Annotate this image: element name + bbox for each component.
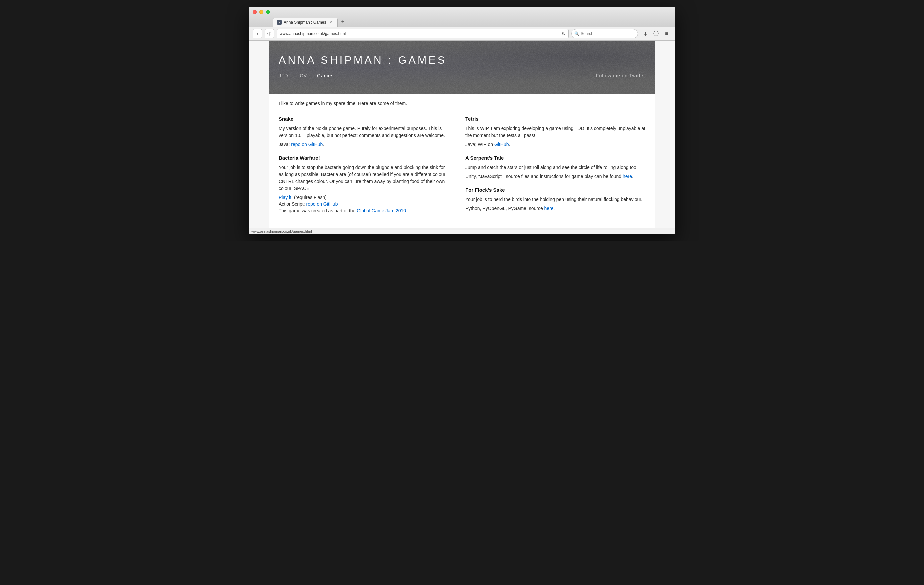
traffic-lights — [252, 10, 672, 14]
serpent-here-link[interactable]: here — [623, 173, 632, 179]
search-bar[interactable]: 🔍 — [571, 29, 638, 38]
bacteria-play-link[interactable]: Play it! — [279, 194, 293, 200]
snake-github-link[interactable]: repo on GitHub — [291, 142, 323, 147]
game-tetris: Tetris This is WIP. I am exploring devel… — [465, 116, 645, 147]
tetris-tech-suffix: . — [509, 142, 510, 147]
serpent-tech-suffix: . — [632, 173, 634, 179]
game-serpent: A Serpent's Tale Jump and catch the star… — [465, 155, 645, 179]
bacteria-play-suffix: (requires Flash) — [293, 194, 327, 200]
bacteria-extra-prefix: This game was created as part of the — [279, 208, 356, 213]
nav-jfdi[interactable]: JFDI — [279, 73, 290, 78]
snake-tech-suffix: . — [323, 142, 324, 147]
tetris-title: Tetris — [465, 116, 645, 122]
games-grid: Snake My version of the Nokia phone game… — [279, 116, 645, 221]
browser-window: ⚔ Anna Shipman : Games × + ‹ ⓘ www.annas… — [249, 7, 675, 234]
serpent-title: A Serpent's Tale — [465, 155, 645, 161]
close-button[interactable] — [252, 10, 257, 14]
twitter-link[interactable]: Follow me on Twitter — [596, 73, 645, 78]
bacteria-jam-link[interactable]: Global Game Jam 2010 — [356, 208, 406, 213]
tab-favicon: ⚔ — [277, 20, 282, 25]
title-bar: ⚔ Anna Shipman : Games × + — [249, 7, 675, 27]
site-nav: JFDI CV Games Follow me on Twitter — [279, 73, 645, 78]
bacteria-extra-suffix: . — [406, 208, 408, 213]
intro-text: I like to write games in my spare time. … — [279, 101, 645, 106]
tetris-tech: Java; WIP on GitHub. — [465, 142, 645, 147]
snake-tech: Java; repo on GitHub. — [279, 142, 449, 147]
back-icon: ‹ — [257, 31, 258, 36]
bacteria-title: Bacteria Warfare! — [279, 155, 449, 161]
flock-here-link[interactable]: here — [544, 206, 554, 211]
flock-tech: Python, PyOpenGL, PyGame; source here. — [465, 206, 645, 211]
nav-games[interactable]: Games — [317, 73, 334, 78]
menu-button[interactable]: ≡ — [662, 29, 672, 38]
tetris-desc: This is WIP. I am exploring developing a… — [465, 125, 645, 139]
search-icon: 🔍 — [574, 31, 579, 36]
active-tab[interactable]: ⚔ Anna Shipman : Games × — [273, 18, 338, 26]
site-header: ANNA SHIPMAN : GAMES JFDI CV Games Follo… — [269, 41, 655, 94]
snake-desc: My version of the Nokia phone game. Pure… — [279, 125, 449, 139]
tabs-row: ⚔ Anna Shipman : Games × + — [273, 16, 672, 26]
snake-tech-prefix: Java; — [279, 142, 291, 147]
download-button[interactable]: ⬇ — [641, 29, 650, 38]
address-bar[interactable]: www.annashipman.co.uk/games.html ↻ — [277, 29, 569, 38]
bacteria-tech-prefix: ActionScript; — [279, 201, 306, 206]
bacteria-github-link[interactable]: repo on GitHub — [306, 201, 338, 206]
minimize-button[interactable] — [259, 10, 263, 14]
info-button[interactable]: ⓘ — [265, 29, 274, 38]
tetris-github-link[interactable]: GitHub — [494, 142, 509, 147]
snake-title: Snake — [279, 116, 449, 122]
status-text: www.annashipman.co.uk/games.html — [251, 229, 312, 233]
status-bar: www.annashipman.co.uk/games.html — [249, 228, 675, 234]
game-snake: Snake My version of the Nokia phone game… — [279, 116, 449, 147]
nav-extras: ⬇ ⓘ ≡ — [641, 29, 672, 38]
right-column: Tetris This is WIP. I am exploring devel… — [462, 116, 645, 221]
flock-title: For Flock's Sake — [465, 187, 645, 193]
serpent-tech: Unity, "JavaScript"; source files and in… — [465, 173, 645, 179]
bacteria-extra: This game was created as part of the Glo… — [279, 208, 449, 213]
flock-desc: Your job is to herd the birds into the h… — [465, 196, 645, 203]
tab-close-icon[interactable]: × — [328, 20, 333, 25]
bacteria-desc: Your job is to stop the bacteria going d… — [279, 164, 449, 192]
main-content: I like to write games in my spare time. … — [269, 94, 655, 228]
nav-bar: ‹ ⓘ www.annashipman.co.uk/games.html ↻ 🔍… — [249, 27, 675, 41]
back-button[interactable]: ‹ — [252, 29, 262, 38]
tetris-tech-prefix: Java; WIP on — [465, 142, 494, 147]
flock-tech-suffix: . — [554, 206, 555, 211]
search-input[interactable] — [581, 31, 635, 36]
maximize-button[interactable] — [266, 10, 270, 14]
site-title: ANNA SHIPMAN : GAMES — [279, 54, 645, 66]
bacteria-tech: ActionScript; repo on GitHub — [279, 201, 449, 206]
new-tab-button[interactable]: + — [338, 16, 347, 26]
bacteria-play: Play it! (requires Flash) — [279, 194, 449, 200]
reload-icon[interactable]: ↻ — [562, 31, 566, 36]
flock-tech-prefix: Python, PyOpenGL, PyGame; source — [465, 206, 544, 211]
page-content: ANNA SHIPMAN : GAMES JFDI CV Games Follo… — [269, 41, 655, 228]
tab-title: Anna Shipman : Games — [284, 20, 326, 25]
left-column: Snake My version of the Nokia phone game… — [279, 116, 462, 221]
serpent-tech-prefix: Unity, "JavaScript"; source files and in… — [465, 173, 623, 179]
address-text: www.annashipman.co.uk/games.html — [280, 31, 560, 36]
game-flock: For Flock's Sake Your job is to herd the… — [465, 187, 645, 211]
info-button-2[interactable]: ⓘ — [651, 29, 661, 38]
info-icon: ⓘ — [267, 31, 271, 37]
nav-cv[interactable]: CV — [300, 73, 307, 78]
serpent-desc: Jump and catch the stars or just roll al… — [465, 164, 645, 171]
game-bacteria: Bacteria Warfare! Your job is to stop th… — [279, 155, 449, 213]
